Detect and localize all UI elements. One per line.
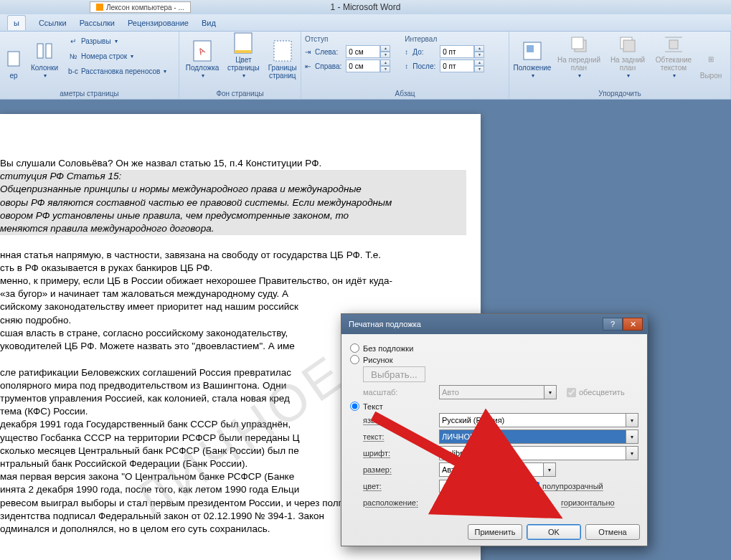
bring-front-button[interactable]: На передний план▾ <box>555 34 603 81</box>
indent-left-spinner[interactable]: ▴▾ <box>346 45 390 58</box>
text-combo[interactable] <box>439 430 626 444</box>
color-label: цвет: <box>363 482 435 490</box>
svg-rect-2 <box>46 44 52 58</box>
svg-rect-0 <box>8 52 19 66</box>
group-paragraph-label: Абзац <box>305 88 505 99</box>
spacing-label: Интервал <box>405 35 484 44</box>
ribbon-tabs: ы Ссылки Рассылки Рецензирование Вид <box>0 14 731 32</box>
scale-combo[interactable] <box>439 385 544 399</box>
doc-line <box>0 235 466 248</box>
cancel-button[interactable]: Отмена <box>585 524 640 540</box>
radio-diagonal[interactable]: по диагонали <box>439 498 511 507</box>
semitransparent-checkbox[interactable]: полупрозрачный <box>530 482 602 491</box>
group-page-bg-label: Фон страницы <box>183 88 297 99</box>
window-title: 1 - Microsoft Word <box>331 2 401 12</box>
text-label: текст: <box>363 432 435 441</box>
tab-links[interactable]: Ссылки <box>39 19 67 27</box>
breaks-button[interactable]: ↵Разрывы▾ <box>65 34 169 49</box>
breaks-icon: ↵ <box>67 36 79 47</box>
svg-rect-9 <box>527 45 534 52</box>
tab-mailings[interactable]: Рассылки <box>80 19 115 27</box>
watermark-button[interactable]: A Подложка▾ <box>183 34 222 81</box>
doc-line: «за бугор» и начинает там жаловаться меж… <box>0 288 466 300</box>
indent-right-icon: ⇤ <box>305 62 311 70</box>
spacing-before-spinner[interactable]: ▴▾ <box>440 45 484 58</box>
help-button[interactable]: ? <box>603 318 623 331</box>
choose-picture-button[interactable]: Выбрать... <box>363 366 425 382</box>
svg-rect-11 <box>572 37 583 49</box>
page-color-icon <box>232 32 255 54</box>
font-dd[interactable]: ▾ <box>626 446 638 460</box>
text-wrap-icon <box>662 34 685 54</box>
columns-button[interactable]: Колонки▾ <box>27 34 62 81</box>
dialog-title: Печатная подложка <box>349 320 421 328</box>
svg-rect-13 <box>623 40 635 52</box>
apply-button[interactable]: Применить <box>468 524 522 540</box>
indent-label: Отступ <box>305 35 390 44</box>
orientation-icon <box>2 47 25 70</box>
group-page-params-label: аметры страницы <box>4 88 175 99</box>
favicon <box>96 4 103 11</box>
size-combo[interactable] <box>439 462 544 477</box>
indent-left-icon: ⇥ <box>305 48 311 56</box>
ribbon: ер Колонки▾ ↵Разрывы▾ №Номера строк▾ b-c… <box>0 32 731 100</box>
text-wrap-button[interactable]: Обтекание текстом▾ <box>652 34 695 81</box>
spacing-after-icon: ↕ <box>405 62 408 70</box>
scale-label: масштаб: <box>363 388 435 397</box>
language-label: язык: <box>363 416 435 424</box>
columns-icon <box>33 39 56 62</box>
color-swatch[interactable] <box>439 480 504 493</box>
radio-horizontal[interactable]: горизонтально <box>528 498 600 507</box>
watermark-icon: A <box>191 39 214 62</box>
size-dd[interactable]: ▾ <box>543 462 556 477</box>
radio-no-watermark[interactable]: Без подложки <box>350 343 638 353</box>
orientation-button[interactable]: ер <box>4 34 24 81</box>
color-dd[interactable]: ▾ <box>507 479 520 493</box>
doc-line: сть в РФ оказывается в руках банкиров ЦБ… <box>0 262 466 275</box>
align-button[interactable]: ⊞ Вырон <box>698 34 724 81</box>
text-dd[interactable]: ▾ <box>626 430 638 444</box>
spacing-after-spinner[interactable]: ▴▾ <box>440 60 484 72</box>
doc-line: нная статья напрямую, в частности, завяз… <box>0 249 466 262</box>
doc-line: Общепризнанные принципы и нормы междунар… <box>0 183 466 196</box>
send-back-button[interactable]: На задний план▾ <box>606 34 649 81</box>
page-color-button[interactable]: Цвет страницы▾ <box>225 34 263 81</box>
language-combo[interactable] <box>439 413 626 427</box>
svg-rect-7 <box>274 41 291 61</box>
tab-page-layout[interactable]: ы <box>7 15 26 30</box>
radio-picture[interactable]: Рисунок <box>350 355 638 364</box>
scale-dd[interactable]: ▾ <box>544 385 557 399</box>
ok-button[interactable]: OK <box>527 524 581 540</box>
indent-right-spinner[interactable]: ▴▾ <box>346 60 390 72</box>
bring-front-icon <box>567 34 590 54</box>
browser-tab[interactable]: Лексон компьютера - ... <box>90 1 191 13</box>
align-icon: ⊞ <box>699 47 722 70</box>
doc-line: овором РФ установлены иные правила, чем … <box>0 209 466 222</box>
doc-line: ституция РФ Статья 15: <box>0 170 466 183</box>
font-combo[interactable] <box>439 446 626 460</box>
tab-view[interactable]: Вид <box>202 19 216 27</box>
font-label: шрифт: <box>363 449 435 457</box>
tab-review[interactable]: Рецензирование <box>128 19 189 27</box>
dialog-titlebar[interactable]: Печатная подложка ? ✕ <box>341 314 647 334</box>
hyphenation-button[interactable]: b-cРасстановка переносов▾ <box>65 64 169 79</box>
position-button[interactable]: Положение▾ <box>513 34 552 81</box>
language-dd[interactable]: ▾ <box>626 413 638 427</box>
page-borders-icon <box>271 39 294 62</box>
doc-line: менно, к примеру, если ЦБ в России обижа… <box>0 275 466 288</box>
page-borders-button[interactable]: Границы страниц <box>265 34 300 81</box>
svg-rect-1 <box>37 44 43 58</box>
line-numbers-button[interactable]: №Номера строк▾ <box>65 49 169 64</box>
hyphenation-icon: b-c <box>67 66 79 77</box>
watermark-dialog: Печатная подложка ? ✕ Без подложки Рисун… <box>341 313 648 546</box>
size-label: размер: <box>363 465 435 474</box>
browser-tab-title: Лексон компьютера - ... <box>106 4 184 11</box>
layout-label: расположение: <box>363 498 435 507</box>
close-button[interactable]: ✕ <box>623 318 643 331</box>
svg-rect-5 <box>235 33 252 53</box>
svg-rect-14 <box>669 40 678 49</box>
radio-text[interactable]: Текст <box>350 402 638 411</box>
doc-line: меняются правила международного договора… <box>0 222 466 235</box>
washout-checkbox[interactable]: обесцветить <box>567 388 638 397</box>
doc-line: Вы слушали Соловьёва? Он же назвал стать… <box>0 157 466 170</box>
